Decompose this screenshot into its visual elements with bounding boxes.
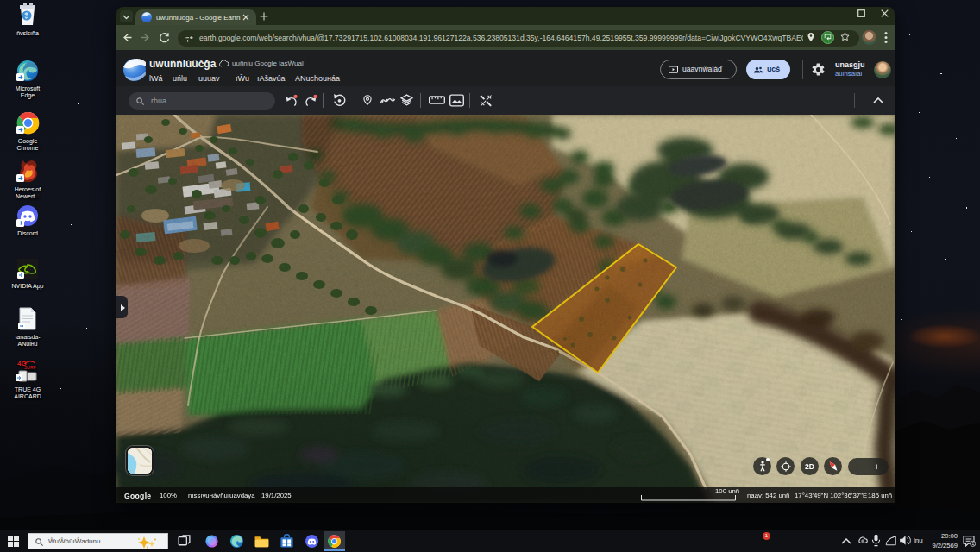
svg-text:SURF: SURF <box>24 365 36 370</box>
svg-text:1: 1 <box>971 542 974 546</box>
